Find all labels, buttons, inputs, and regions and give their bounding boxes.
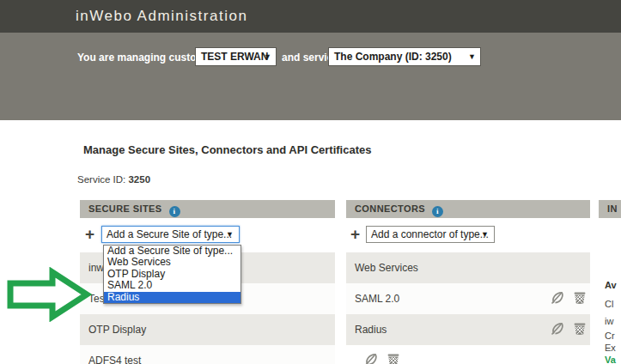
api-panel-text: Cl: [605, 299, 613, 309]
add-connector-select-value: Add a connector of type...: [371, 228, 489, 240]
service-id: Service ID: 3250: [77, 174, 150, 185]
connector-name: SAML 2.0: [355, 293, 399, 305]
add-secure-site-select[interactable]: Add a Secure Site of type... ▼: [101, 226, 240, 243]
edit-icon[interactable]: [551, 322, 565, 337]
connectors-panel-header: CONNECTORSi: [346, 200, 590, 218]
api-panel-text: Cr: [605, 331, 615, 341]
dropdown-option[interactable]: SAML 2.0: [104, 280, 240, 291]
delete-icon[interactable]: [387, 353, 401, 364]
add-icon[interactable]: +: [85, 227, 94, 242]
page-title: Manage Secure Sites, Connectors and API …: [83, 143, 371, 156]
secure-site-name: OTP Display: [88, 324, 146, 336]
info-icon[interactable]: i: [432, 206, 443, 217]
table-row: SAML 2.0: [346, 283, 590, 314]
table-row: OTP Display: [80, 314, 335, 345]
app-header: inWebo Administration: [0, 0, 621, 33]
api-panel-text: iw: [605, 316, 613, 326]
app-title: inWebo Administration: [76, 8, 247, 25]
customer-select-value: TEST ERWAN: [201, 51, 268, 63]
table-row: Web Services: [346, 252, 590, 283]
service-select-value: The Company (ID: 3250): [334, 51, 452, 63]
api-panel-text: Av: [605, 280, 617, 290]
info-icon[interactable]: i: [169, 206, 180, 217]
connectors-title: CONNECTORS: [355, 203, 425, 214]
edit-icon[interactable]: [551, 291, 565, 306]
edit-icon[interactable]: [364, 353, 379, 364]
dropdown-option-selected[interactable]: Radius: [104, 292, 240, 303]
chevron-down-icon: ▼: [468, 48, 476, 65]
annotation-arrow-icon: [4, 267, 92, 322]
connector-name: Web Services: [355, 262, 418, 274]
table-row: Radius: [346, 314, 590, 345]
add-icon[interactable]: +: [350, 227, 360, 242]
api-certificates-panel-header: IN: [599, 200, 621, 218]
secure-sites-panel-header: SECURE SITESi: [80, 200, 335, 218]
api-panel-text: Ex: [605, 343, 616, 353]
chevron-down-icon: ▼: [481, 227, 489, 242]
secure-site-name: ADFS4 test: [88, 355, 141, 364]
context-row: You are managing customer: TEST ERWAN ▼ …: [0, 47, 621, 68]
context-bar: You are managing customer: TEST ERWAN ▼ …: [0, 33, 621, 120]
service-id-value: 3250: [128, 174, 150, 185]
customer-select[interactable]: TEST ERWAN ▼: [195, 47, 277, 66]
dropdown-option[interactable]: Add a Secure Site of type...: [104, 246, 240, 257]
add-secure-site-select-value: Add a Secure Site of type...: [107, 228, 232, 240]
chevron-down-icon: ▼: [226, 227, 234, 242]
dropdown-option[interactable]: OTP Display: [104, 269, 240, 280]
api-certificates-title: IN: [607, 203, 618, 214]
delete-icon[interactable]: [573, 291, 588, 306]
delete-icon[interactable]: [573, 322, 588, 337]
connector-name: Radius: [355, 324, 387, 336]
chevron-down-icon: ▼: [264, 48, 271, 65]
secure-site-type-dropdown: Add a Secure Site of type... Web Service…: [103, 245, 241, 304]
service-select[interactable]: The Company (ID: 3250) ▼: [328, 47, 481, 66]
api-panel-text: Va: [605, 355, 616, 364]
service-id-label: Service ID:: [77, 174, 125, 185]
add-connector-select[interactable]: Add a connector of type... ▼: [366, 226, 495, 243]
dropdown-option[interactable]: Web Services: [104, 257, 240, 268]
secure-sites-title: SECURE SITES: [88, 203, 162, 214]
table-row: ADFS4 test: [80, 345, 335, 364]
